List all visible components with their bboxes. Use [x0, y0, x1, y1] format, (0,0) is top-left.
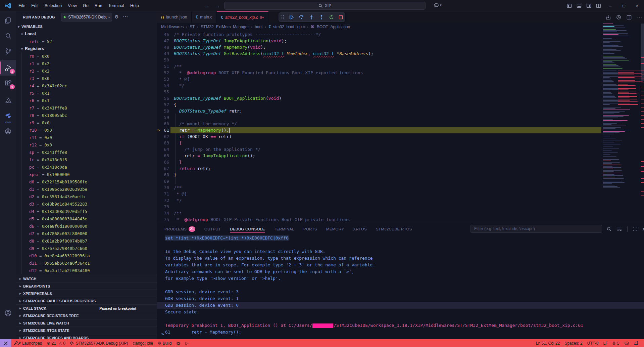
register-row[interactable]: d6 = 0x4e8f0d1800000000	[29, 222, 87, 230]
indentation-status[interactable]: Spaces: 2	[562, 339, 585, 347]
toggle-sidebar-icon[interactable]	[567, 3, 572, 8]
register-row[interactable]: r7 = 0x341fffe8	[29, 104, 67, 112]
copilot-status[interactable]	[622, 339, 632, 347]
sidebar-section-call-stack[interactable]: ▸CALL STACKPaused on breakpoint	[16, 304, 157, 312]
sidebar-section-xperipherals[interactable]: ▸XPERIPHERALS	[16, 290, 157, 297]
register-row[interactable]: r10 = 0x0	[29, 126, 52, 134]
close-button[interactable]: ×	[631, 0, 644, 11]
code-line[interactable]: 75 * @defgroup BOOT_XIP_Private_Function…	[157, 216, 641, 223]
register-row[interactable]: d2 = 0xc5581da43e0aefb	[29, 193, 85, 200]
sidebar-section-stm32cube-registers-tree[interactable]: ▸STM32CUBE REGISTERS TREE	[16, 312, 157, 319]
code-line[interactable]: 46/* Private function prototypes -------…	[157, 31, 641, 38]
register-row[interactable]: r8 = 0x18005abc	[29, 112, 67, 119]
local-group[interactable]: ▾Local	[16, 30, 157, 38]
step-into-button[interactable]	[309, 14, 314, 20]
register-row[interactable]: d8 = 0x81a2b9f80074b8b7	[29, 237, 87, 245]
console-prompt[interactable]: >	[161, 332, 164, 337]
minimize-button[interactable]: –	[604, 0, 617, 11]
panel-tab-terminal[interactable]: TERMINAL	[274, 223, 294, 235]
code-line[interactable]: 53 * @{	[157, 76, 641, 82]
panel-tab-output[interactable]: OUTPUT	[204, 223, 221, 235]
code-line[interactable]: 69	[157, 178, 641, 184]
drag-grip-icon[interactable]	[281, 14, 284, 20]
code-line[interactable]: 59	[157, 114, 641, 121]
register-row[interactable]: sp = 0x341fffe8	[29, 148, 67, 156]
activity-search[interactable]	[0, 28, 16, 43]
panel-tab-memory[interactable]: MEMORY	[326, 223, 344, 235]
menu-edit[interactable]: Edit	[28, 2, 42, 9]
code-line[interactable]: 67 return retr;	[157, 165, 641, 172]
tab-stm32_boot_xip.c[interactable]: Cstm32_boot_xip.c9+	[217, 11, 268, 23]
nav-back-button[interactable]: ←	[205, 3, 210, 9]
code-line[interactable]: 47BOOTStatus_TypeDef JumpToApplication(v…	[157, 38, 641, 44]
register-row[interactable]: r12 = 0x0	[29, 141, 52, 148]
code-editor[interactable]: 46/* Private function prototypes -------…	[157, 31, 641, 223]
code-line[interactable]: ▷61 retr = MapMemory();	[157, 127, 641, 133]
activity-extensions[interactable]: 1	[0, 76, 16, 91]
maximize-panel-icon[interactable]	[633, 227, 637, 231]
register-row[interactable]: r3 = 0x0	[29, 75, 49, 82]
launchpad-button[interactable]: Launchpad	[11, 339, 44, 347]
cursor-position[interactable]: Ln 61, Col 22	[534, 339, 562, 347]
breadcrumb-item[interactable]: Middlewares	[161, 25, 184, 29]
activity-run-and-debug[interactable]: 1	[0, 60, 16, 76]
panel-tab-debug-console[interactable]: DEBUG CONSOLE	[230, 223, 265, 235]
register-row[interactable]: pc = 0x3418c0da	[29, 163, 67, 171]
tab-main.c[interactable]: Cmain.c	[192, 11, 217, 23]
register-row[interactable]: d10 = 0xe8e4a633128936fa	[29, 252, 90, 259]
breadcrumb-item[interactable]: stm32_boot_xip.c	[273, 25, 305, 29]
language-mode[interactable]: {} C	[610, 339, 622, 347]
code-line[interactable]: 52 * @addtogroup BOOT_XIP_Exported_Funct…	[157, 70, 641, 76]
register-row[interactable]: d4 = 0x183308d3970d5ff5	[29, 208, 87, 215]
breadcrumb-item[interactable]: BOOT_Application	[317, 25, 350, 29]
breadcrumb-item[interactable]: STM32_ExtMem_Manager	[201, 25, 249, 29]
debug-session-status[interactable]: STM326570-DK Debug (XIP)	[68, 339, 130, 347]
menu-view[interactable]: View	[65, 2, 80, 9]
register-row[interactable]: lr = 0x3418e8f5	[29, 156, 67, 163]
register-row[interactable]: d1 = 0x1086c628026393be	[29, 185, 87, 193]
clangd-status[interactable]: clangd: idle	[130, 339, 155, 347]
code-line[interactable]: 54 */	[157, 82, 641, 89]
register-row[interactable]: r5 = 0x1	[29, 89, 49, 97]
code-line[interactable]: 63 {	[157, 140, 641, 146]
panel-tab-xrtos[interactable]: XRTOS	[353, 223, 367, 235]
clear-console-icon[interactable]	[617, 227, 622, 231]
copilot-menu-button[interactable]: ▾	[434, 2, 442, 8]
register-row[interactable]: d3 = 0x48b9d1d844552283	[29, 200, 87, 208]
code-line[interactable]: 51/**	[157, 63, 641, 70]
sidebar-section-stm32cube-rtos-state[interactable]: ▸STM32CUBE RTOS STATE	[16, 327, 157, 334]
menu-file[interactable]: File	[15, 2, 28, 9]
editor-scrollbar[interactable]	[641, 24, 644, 223]
debug-config-dropdown[interactable]: STM326570-DK Debug ▾	[61, 13, 112, 21]
build-button[interactable]: ⚙ Build	[155, 339, 174, 347]
panel-tab-ports[interactable]: PORTS	[303, 223, 317, 235]
register-row[interactable]: d12 = 0xc3af1ab2f083d480	[29, 267, 90, 274]
nav-forward-button[interactable]: →	[215, 3, 220, 9]
sidebar-section-stm32cube-fault-status-registers[interactable]: ▸STM32CUBE FAULT STATUS REGISTERS	[16, 297, 157, 304]
code-line[interactable]: 70/**	[157, 184, 641, 191]
encoding-status[interactable]: UTF-8	[585, 339, 601, 347]
sidebar-section-breakpoints[interactable]: ▸BREAKPOINTS	[16, 282, 157, 290]
menu-go[interactable]: Go	[80, 2, 92, 9]
restart-button[interactable]	[329, 15, 334, 20]
filter-input[interactable]	[471, 226, 602, 231]
step-over-button[interactable]	[299, 14, 304, 20]
code-line[interactable]: 49BOOTStatus_TypeDef GetBaseAddress(uint…	[157, 50, 641, 57]
panel-tab-stm32cube-rtos[interactable]: STM32CUBE RTOS	[376, 223, 412, 235]
command-search-input[interactable]: XIP	[224, 2, 426, 10]
register-row[interactable]: d5 = 0x4b8000003044843e	[29, 215, 87, 222]
eol-status[interactable]: LF	[601, 339, 610, 347]
activity-source-control[interactable]	[0, 43, 16, 59]
variables-header[interactable]: ▾VARIABLES	[16, 23, 157, 30]
code-line[interactable]: 72 */	[157, 197, 641, 204]
code-line[interactable]: 73	[157, 204, 641, 210]
gear-icon[interactable]: ⚙	[114, 14, 119, 19]
split-editor-icon[interactable]	[627, 15, 632, 20]
register-row[interactable]: d9 = 0x7675a79840b7c660	[29, 245, 87, 252]
activity-stm32cube[interactable]: STM32	[0, 108, 16, 124]
step-out-button[interactable]	[319, 14, 324, 20]
register-row[interactable]: r0 = 0x0	[29, 52, 49, 60]
sidebar-section-stm32cube-live-watch[interactable]: ▸STM32CUBE LIVE WATCH	[16, 319, 157, 327]
stop-button[interactable]	[339, 15, 343, 19]
register-row[interactable]: xpsr = 0x1000000	[29, 171, 69, 178]
